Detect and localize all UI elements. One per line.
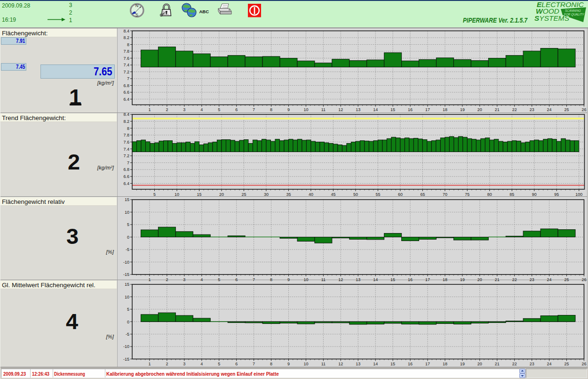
svg-text:5: 5	[218, 362, 220, 366]
svg-text:0: 0	[127, 234, 129, 239]
svg-text:6.6: 6.6	[123, 90, 129, 95]
svg-text:8: 8	[270, 362, 272, 366]
svg-text:20: 20	[477, 362, 482, 366]
svg-text:19: 19	[460, 107, 465, 112]
svg-text:45: 45	[331, 192, 335, 196]
svg-text:SCANNING: SCANNING	[565, 9, 581, 12]
svg-text:1: 1	[148, 107, 151, 112]
svg-text:11: 11	[321, 362, 326, 366]
svg-text:25: 25	[241, 192, 246, 196]
svg-text:26: 26	[581, 362, 586, 366]
svg-text:7.2: 7.2	[123, 153, 129, 158]
svg-text:7: 7	[253, 362, 255, 366]
svg-text:8: 8	[127, 126, 129, 130]
svg-text:0: 0	[127, 319, 129, 324]
svg-text:12: 12	[338, 362, 343, 366]
svg-text:23: 23	[530, 107, 534, 112]
svg-text:10: 10	[125, 294, 129, 299]
svg-text:13: 13	[356, 362, 360, 366]
svg-text:15: 15	[390, 362, 395, 366]
svg-text:15: 15	[125, 197, 129, 202]
svg-text:9: 9	[287, 362, 290, 366]
svg-text:75: 75	[465, 192, 469, 196]
svg-text:8.4: 8.4	[123, 28, 129, 33]
svg-text:7: 7	[127, 76, 129, 81]
svg-text:15: 15	[197, 192, 201, 196]
svg-text:7.4: 7.4	[123, 146, 129, 151]
svg-text:80: 80	[487, 192, 492, 196]
svg-text:4: 4	[200, 107, 203, 112]
svg-text:2: 2	[166, 362, 168, 366]
svg-text:2: 2	[166, 107, 168, 112]
svg-text:FOR QUALITY: FOR QUALITY	[564, 13, 584, 16]
svg-text:8.4: 8.4	[123, 113, 129, 117]
svg-text:8.2: 8.2	[123, 119, 129, 123]
svg-text:26: 26	[581, 107, 586, 112]
svg-text:65: 65	[420, 192, 425, 196]
svg-text:23: 23	[530, 362, 534, 366]
svg-text:35: 35	[286, 192, 291, 196]
svg-text:3: 3	[183, 362, 185, 366]
svg-text:-10: -10	[123, 259, 129, 264]
svg-text:5: 5	[127, 307, 129, 312]
svg-text:17: 17	[425, 107, 430, 112]
svg-text:11: 11	[321, 107, 326, 112]
svg-text:10: 10	[303, 362, 308, 366]
svg-text:50: 50	[353, 192, 358, 196]
svg-text:25: 25	[564, 362, 569, 366]
svg-text:85: 85	[509, 192, 514, 196]
svg-text:60: 60	[398, 192, 403, 196]
svg-text:6.4: 6.4	[123, 181, 129, 185]
svg-text:16: 16	[408, 107, 413, 112]
svg-text:8: 8	[270, 107, 272, 112]
svg-text:17: 17	[425, 362, 430, 366]
svg-text:16: 16	[408, 362, 413, 366]
svg-text:8.2: 8.2	[123, 35, 129, 40]
svg-text:7.6: 7.6	[123, 56, 129, 60]
svg-text:24: 24	[547, 107, 552, 112]
svg-text:21: 21	[495, 362, 500, 366]
svg-text:7.2: 7.2	[123, 69, 129, 74]
svg-text:6.8: 6.8	[123, 167, 129, 172]
svg-text:7.6: 7.6	[123, 139, 129, 144]
svg-text:100: 100	[575, 192, 582, 196]
svg-text:-5: -5	[126, 331, 129, 336]
svg-text:15: 15	[390, 107, 395, 112]
svg-text:6: 6	[235, 362, 238, 366]
svg-text:18: 18	[443, 362, 447, 366]
svg-text:6.8: 6.8	[123, 83, 129, 88]
svg-text:55: 55	[375, 192, 380, 196]
svg-text:7: 7	[253, 107, 255, 112]
svg-text:40: 40	[309, 192, 313, 196]
svg-text:21: 21	[495, 107, 500, 112]
svg-text:22: 22	[512, 362, 517, 366]
svg-text:6: 6	[235, 107, 238, 112]
svg-text:5: 5	[218, 107, 220, 112]
svg-text:95: 95	[554, 192, 559, 196]
svg-text:9: 9	[287, 107, 290, 112]
svg-text:14: 14	[373, 107, 378, 112]
svg-text:-15: -15	[123, 272, 129, 277]
svg-text:22: 22	[512, 107, 517, 112]
svg-text:24: 24	[547, 362, 552, 366]
svg-text:-15: -15	[123, 356, 129, 361]
svg-text:30: 30	[264, 192, 269, 196]
svg-text:3: 3	[183, 107, 185, 112]
svg-text:5: 5	[127, 222, 129, 227]
svg-text:90: 90	[532, 192, 537, 196]
svg-text:20: 20	[219, 192, 224, 196]
svg-text:10: 10	[125, 210, 129, 214]
svg-text:5: 5	[153, 192, 156, 196]
svg-text:15: 15	[125, 282, 129, 287]
svg-text:8: 8	[127, 42, 129, 47]
svg-text:7.8: 7.8	[123, 133, 129, 137]
svg-text:-5: -5	[126, 247, 129, 252]
svg-text:18: 18	[443, 107, 447, 112]
svg-text:10: 10	[175, 192, 179, 196]
svg-text:6.4: 6.4	[123, 97, 129, 101]
svg-text:20: 20	[477, 107, 482, 112]
svg-text:ABC: ABC	[199, 9, 209, 14]
svg-text:19: 19	[460, 362, 465, 366]
svg-text:4: 4	[200, 362, 203, 366]
svg-text:10: 10	[303, 107, 308, 112]
